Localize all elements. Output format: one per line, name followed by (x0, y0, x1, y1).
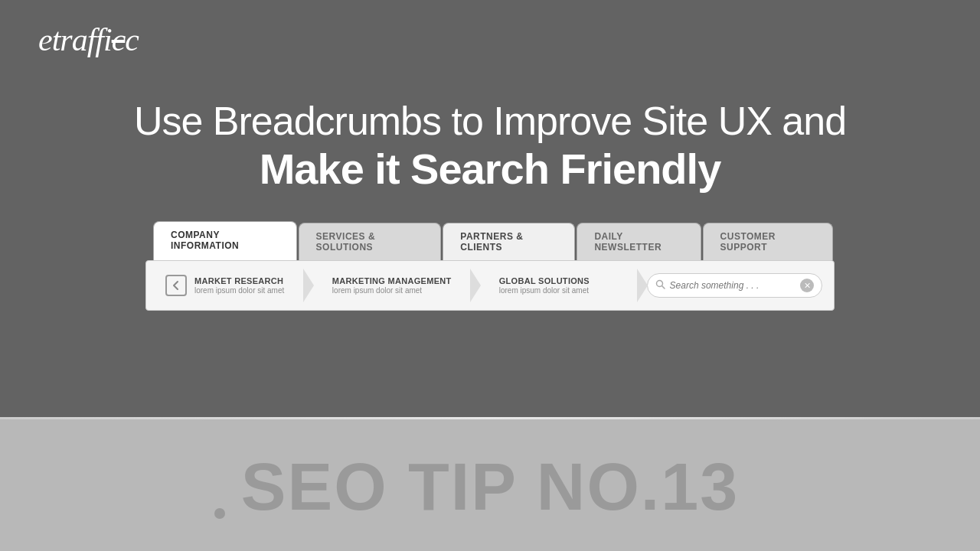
breadcrumb-text-global-solutions: GLOBAL SOLUTIONS lorem ipsum dolor sit a… (499, 276, 590, 295)
svg-line-1 (662, 286, 665, 289)
breadcrumb-area: COMPANY INFORMATION SERVICES & SOLUTIONS… (145, 221, 835, 311)
tab-services-solutions[interactable]: SERVICES & SOLUTIONS (299, 223, 442, 260)
search-clear-button[interactable]: ✕ (800, 279, 814, 292)
tab-customer-support[interactable]: CUSTOMER SUPPORT (703, 223, 833, 260)
headline-line1: Use Breadcrumbs to Improve Site UX and (134, 99, 846, 143)
logo-traffic: trafficc (52, 22, 139, 57)
tab-daily-newsletter[interactable]: DAILY NEWSLETTER (577, 223, 701, 260)
logo-e: e (38, 22, 52, 57)
back-icon (165, 275, 187, 296)
search-input[interactable] (670, 280, 800, 291)
tab-partners-clients[interactable]: PARTNERS & CLIENTS (443, 223, 575, 260)
breadcrumb-item-marketing-management[interactable]: MARKETING MANAGEMENT lorem ipsum dolor s… (313, 270, 480, 301)
breadcrumb-item-market-research[interactable]: MARKET RESEARCH lorem ipsum dolor sit am… (158, 269, 313, 302)
search-icon (655, 279, 665, 292)
breadcrumb-item-global-solutions[interactable]: GLOBAL SOLUTIONS lorem ipsum dolor sit a… (480, 270, 647, 301)
bullet-icon (214, 508, 225, 519)
content-bar: MARKET RESEARCH lorem ipsum dolor sit am… (145, 260, 835, 311)
tab-company-information[interactable]: COMPANY INFORMATION (153, 221, 297, 260)
headline-area: Use Breadcrumbs to Improve Site UX and M… (134, 99, 846, 194)
seo-tip-text: SEO TIP NO.13 (241, 448, 739, 526)
tab-nav: COMPANY INFORMATION SERVICES & SOLUTIONS… (153, 221, 835, 260)
search-box: ✕ (647, 273, 822, 298)
logo: etrafficc (38, 21, 139, 58)
top-section: etrafficc Use Breadcrumbs to Improve Sit… (0, 0, 980, 417)
breadcrumb-text-market-research: MARKET RESEARCH lorem ipsum dolor sit am… (194, 276, 284, 295)
headline-line2: Make it Search Friendly (134, 143, 846, 194)
breadcrumb-text-marketing-management: MARKETING MANAGEMENT lorem ipsum dolor s… (332, 276, 452, 295)
bottom-section: SEO TIP NO.13 (0, 419, 980, 551)
logo-area: etrafficc (38, 21, 139, 58)
